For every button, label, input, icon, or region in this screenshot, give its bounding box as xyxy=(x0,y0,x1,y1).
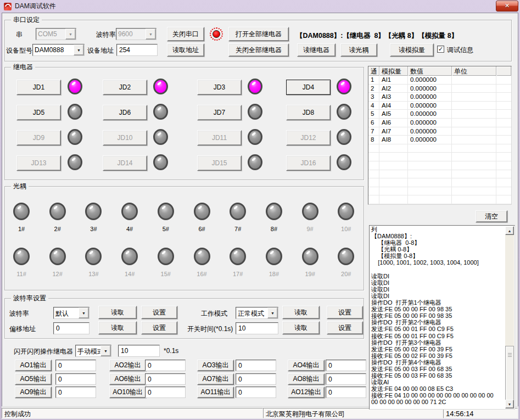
table-row[interactable]: 1AI10.000000 xyxy=(368,76,511,85)
port-select-value: COM5 xyxy=(36,29,65,40)
log-scrollbar[interactable]: ▲ ▼ xyxy=(505,226,514,408)
ao-output-button-AO2输出[interactable]: AO2输出 xyxy=(109,360,146,371)
relay-button-JD15: JD15 xyxy=(197,155,242,171)
chevron-down-icon[interactable]: ▼ xyxy=(146,29,156,40)
ao-output-button-AO11输出[interactable]: AO11输出 xyxy=(197,387,234,398)
baudrate-set-button[interactable]: 设置 xyxy=(141,306,177,319)
baudrate-select[interactable]: 9600 ▼ xyxy=(116,28,156,40)
ao-output-button-AO4输出[interactable]: AO4输出 xyxy=(288,360,325,371)
switch-time-set-button[interactable]: 设置 xyxy=(327,321,363,334)
workmode-read-button[interactable]: 读取 xyxy=(282,306,320,319)
relay-button-JD12: JD12 xyxy=(286,130,331,145)
read-address-button[interactable]: 读取地址 xyxy=(167,43,204,57)
flash-mode-select[interactable]: 手动模式 ▼ xyxy=(75,345,111,357)
relay-led-JD5 xyxy=(68,104,82,120)
table-header-4[interactable]: 单位 xyxy=(452,66,496,76)
offset-read-button[interactable]: 读取 xyxy=(98,321,137,334)
table-header-2[interactable]: 模拟量 xyxy=(379,66,408,76)
relay-button-JD6[interactable]: JD6 xyxy=(103,105,147,120)
ao-output-input-AO8输出[interactable] xyxy=(326,373,366,385)
relay-button-JD7[interactable]: JD7 xyxy=(197,105,242,120)
table-filler-row xyxy=(368,144,511,153)
read-opto-button[interactable]: 读光耦 xyxy=(340,43,377,57)
chevron-down-icon[interactable]: ▼ xyxy=(74,44,84,55)
chevron-down-icon[interactable]: ▼ xyxy=(79,307,89,318)
close-all-relays-button[interactable]: 关闭全部继电器 xyxy=(228,43,289,57)
switch-time-input[interactable] xyxy=(236,322,278,334)
ao-output-input-AO1输出[interactable] xyxy=(55,360,96,371)
ao-output-input-AO6输出[interactable] xyxy=(145,373,186,385)
ao-output-button-AO8输出[interactable]: AO8输出 xyxy=(288,373,325,385)
opto-label-17#: 17# xyxy=(226,271,250,277)
table-header-1[interactable]: 通 xyxy=(368,66,379,76)
ao-output-input-AO10输出[interactable] xyxy=(145,387,186,398)
ao-output-button-AO3输出[interactable]: AO3输出 xyxy=(197,360,234,371)
log-scrollbar-thumb[interactable] xyxy=(505,346,514,402)
workmode-select[interactable]: 正常模式 ▼ xyxy=(236,307,278,319)
relay-button-JD4[interactable]: JD4 xyxy=(286,80,331,95)
workmode-set-button[interactable]: 设置 xyxy=(327,306,363,319)
table-cell: 1 xyxy=(368,76,379,85)
ao-output-input-AO4输出[interactable] xyxy=(326,360,366,371)
ao-output-button-AO1输出[interactable]: AO1输出 xyxy=(15,360,52,371)
relay-button-JD2[interactable]: JD2 xyxy=(103,80,147,95)
ao-output-button-AO12输出[interactable]: AO12输出 xyxy=(288,387,325,398)
table-cell xyxy=(496,144,511,153)
chevron-down-icon[interactable]: ▼ xyxy=(100,345,111,356)
port-select[interactable]: COM5 ▼ xyxy=(36,28,76,40)
ao-output-input-AO5输出[interactable] xyxy=(55,373,96,385)
offset-set-button[interactable]: 设置 xyxy=(141,321,177,334)
ao-output-input-AO9输出[interactable] xyxy=(55,387,96,398)
scroll-up-icon[interactable]: ▲ xyxy=(505,226,514,235)
table-header-5[interactable] xyxy=(496,66,511,76)
device-address-input[interactable] xyxy=(116,44,158,56)
relay-button-JD3[interactable]: JD3 xyxy=(197,80,242,95)
ao-output-button-AO7输出[interactable]: AO7输出 xyxy=(197,373,234,385)
table-row[interactable]: 8AI80.000000 xyxy=(368,136,511,144)
ao-output-button-AO6输出[interactable]: AO6输出 xyxy=(109,373,146,385)
table-cell xyxy=(452,119,496,127)
close-button[interactable]: ✕ xyxy=(496,1,518,12)
chevron-down-icon[interactable]: ▼ xyxy=(65,29,76,40)
close-port-button[interactable]: 关闭串口 xyxy=(167,27,204,41)
offset-address-input[interactable] xyxy=(53,322,90,334)
table-cell xyxy=(408,144,452,153)
table-row[interactable]: 5AI50.000000 xyxy=(368,110,511,119)
baudrate-read-button[interactable]: 读取 xyxy=(98,306,137,319)
switch-time-read-button[interactable]: 读取 xyxy=(282,321,320,334)
table-cell: AI4 xyxy=(379,102,408,110)
ao-output-input-AO7输出[interactable] xyxy=(236,373,276,385)
ao-output-input-AO2输出[interactable] xyxy=(145,360,186,371)
table-row[interactable]: 2AI20.000000 xyxy=(368,85,511,93)
ao-output-button-AO9输出[interactable]: AO9输出 xyxy=(15,387,52,398)
table-row[interactable]: 6AI60.000000 xyxy=(368,119,511,127)
ao-output-input-AO11输出[interactable] xyxy=(236,387,276,398)
table-cell xyxy=(368,161,379,170)
open-all-relays-button[interactable]: 打开全部继电器 xyxy=(228,27,289,41)
table-header-3[interactable]: 数值 xyxy=(408,66,452,76)
relay-button-JD1[interactable]: JD1 xyxy=(16,80,61,95)
table-row[interactable]: 7AI70.000000 xyxy=(368,127,511,136)
clear-log-button[interactable]: 清空 xyxy=(476,210,507,222)
flash-time-input[interactable] xyxy=(118,345,160,357)
table-row[interactable]: 3AI30.000000 xyxy=(368,93,511,102)
ao-output-button-AO10输出[interactable]: AO10输出 xyxy=(109,387,146,398)
relay-led-JD3 xyxy=(248,79,262,94)
relay-button-JD5[interactable]: JD5 xyxy=(16,105,61,120)
ao-output-button-AO5输出[interactable]: AO5输出 xyxy=(15,373,52,385)
scroll-down-icon[interactable]: ▼ xyxy=(505,400,514,408)
opto-label-11#: 11# xyxy=(9,271,33,277)
ao-output-input-AO12输出[interactable] xyxy=(326,387,366,398)
opto-label-2#: 2# xyxy=(46,226,70,232)
device-model-select[interactable]: DAM0888 ▼ xyxy=(32,44,85,56)
chevron-down-icon[interactable]: ▼ xyxy=(267,307,278,318)
table-row[interactable]: 4AI40.000000 xyxy=(368,102,511,110)
table-cell xyxy=(379,178,408,187)
ao-output-input-AO3输出[interactable] xyxy=(236,360,276,371)
debug-info-checkbox[interactable]: ✓ xyxy=(437,46,444,53)
baudrate-setting-select[interactable]: 默认 ▼ xyxy=(53,307,90,319)
relay-button-JD8[interactable]: JD8 xyxy=(286,105,331,120)
log-panel[interactable]: 列 【DAM0888】: 【继电器 0-8】 【光耦 0-8】 【模拟量 0-8… xyxy=(369,225,515,410)
read-relay-button[interactable]: 读继电器 xyxy=(297,43,336,57)
read-analog-button[interactable]: 读模拟量 xyxy=(390,43,434,57)
